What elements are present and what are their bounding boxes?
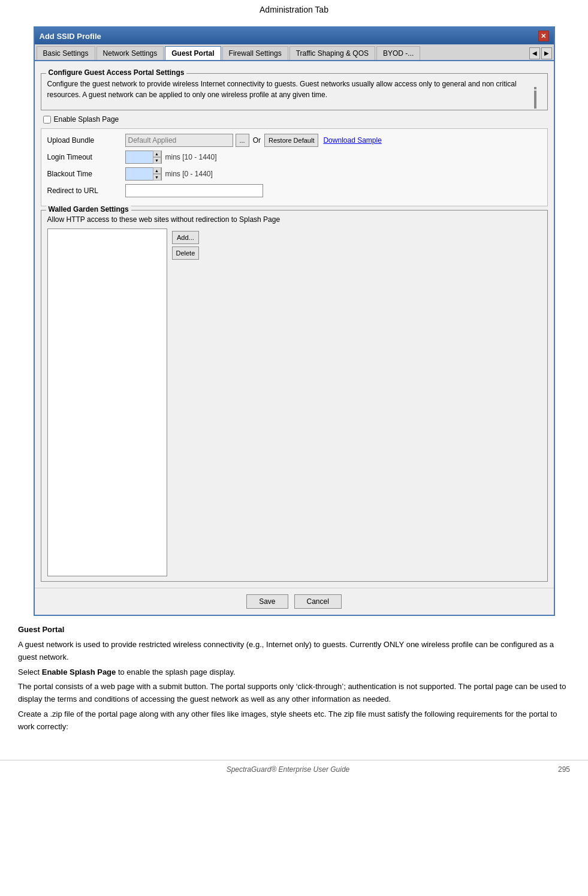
tab-guest-portal[interactable]: Guest Portal (165, 46, 221, 60)
tab-byod[interactable]: BYOD -... (376, 46, 420, 60)
svg-rect-1 (534, 91, 536, 109)
tab-basic-settings[interactable]: Basic Settings (37, 46, 95, 60)
tab-traffic-shaping[interactable]: Traffic Shaping & QOS (290, 46, 375, 60)
blackout-time-spinner: 0 ▲ ▼ (125, 167, 162, 181)
tab-bar: Basic Settings Network Settings Guest Po… (35, 44, 554, 61)
walled-garden-desc: Allow HTTP access to these web sites wit… (47, 215, 541, 224)
configure-guest-group: Configure Guest Access Portal Settings C… (41, 73, 548, 110)
login-timeout-label: Login Timeout (47, 153, 125, 161)
walled-garden-buttons: Add... Delete (172, 228, 200, 576)
dialog-close-button[interactable]: ✕ (538, 31, 549, 41)
login-timeout-input[interactable]: 1,440 (126, 151, 153, 163)
login-timeout-row: Login Timeout 1,440 ▲ ▼ mins [10 - 1440] (47, 151, 541, 164)
walled-garden-group: Walled Garden Settings Allow HTTP access… (41, 210, 548, 582)
tab-next-button[interactable]: ▶ (541, 47, 552, 59)
info-icon (529, 86, 541, 110)
body-para-3: The portal consists of a web page with a… (18, 681, 570, 706)
below-dialog-content: Guest Portal A guest network is used to … (18, 616, 570, 742)
login-timeout-range: mins [10 - 1440] (165, 153, 217, 161)
blackout-time-down[interactable]: ▼ (153, 174, 161, 181)
tab-network-settings[interactable]: Network Settings (97, 46, 164, 60)
tab-prev-button[interactable]: ◀ (529, 47, 540, 59)
dialog-title: Add SSID Profile (40, 32, 101, 41)
save-button[interactable]: Save (246, 594, 288, 609)
dialog-body: Configure Guest Access Portal Settings C… (35, 61, 554, 588)
splash-form-section: Upload Bundle ... Or Restore Default Dow… (41, 128, 548, 206)
or-text: Or (253, 136, 261, 145)
add-ssid-dialog: Add SSID Profile ✕ Basic Settings Networ… (34, 26, 555, 616)
tab-firewall-settings[interactable]: Firewall Settings (222, 46, 288, 60)
svg-rect-0 (534, 87, 536, 89)
enable-splash-checkbox[interactable] (43, 116, 51, 124)
footer-page-number: 295 (558, 765, 570, 774)
blackout-time-row: Blackout Time 0 ▲ ▼ mins [0 - 1440] (47, 167, 541, 181)
enable-splash-row: Enable Splash Page (43, 115, 548, 124)
add-button[interactable]: Add... (172, 231, 200, 244)
body-para-4: Create a .zip file of the portal page al… (18, 708, 570, 733)
blackout-time-range: mins [0 - 1440] (165, 170, 213, 178)
bold-enable-splash: Enable Splash Page (42, 668, 116, 676)
walled-garden-list[interactable] (47, 228, 167, 576)
body-para-1: A guest network is used to provide restr… (18, 639, 570, 664)
browse-button[interactable]: ... (236, 134, 249, 147)
page-title: Administration Tab (0, 0, 588, 20)
footer-center-text: SpectraGuard® Enterprise User Guide (227, 765, 350, 774)
body-para-2: Select Enable Splash Page to enable the … (18, 666, 570, 679)
tab-nav-buttons: ◀ ▶ (529, 46, 552, 60)
configure-guest-title: Configure Guest Access Portal Settings (46, 68, 187, 77)
guest-portal-heading: Guest Portal (18, 625, 570, 634)
login-timeout-spinner: 1,440 ▲ ▼ (125, 151, 162, 164)
upload-bundle-input[interactable] (125, 134, 233, 147)
login-timeout-up[interactable]: ▲ (153, 151, 161, 157)
walled-garden-title: Walled Garden Settings (46, 205, 131, 214)
redirect-url-input[interactable] (125, 184, 263, 197)
enable-splash-label[interactable]: Enable Splash Page (54, 115, 119, 124)
walled-garden-content: Add... Delete (47, 228, 541, 576)
login-timeout-down[interactable]: ▼ (153, 157, 161, 164)
blackout-time-label: Blackout Time (47, 170, 125, 178)
configure-guest-desc: Configure the guest network to provide w… (47, 79, 541, 100)
cancel-button[interactable]: Cancel (294, 594, 342, 609)
dialog-footer: Save Cancel (35, 588, 554, 615)
blackout-time-spinner-btns: ▲ ▼ (153, 167, 161, 181)
blackout-time-up[interactable]: ▲ (153, 167, 161, 174)
blackout-time-input[interactable]: 0 (126, 168, 153, 180)
redirect-url-label: Redirect to URL (47, 187, 125, 195)
upload-bundle-label: Upload Bundle (47, 136, 125, 145)
dialog-titlebar: Add SSID Profile ✕ (35, 28, 554, 44)
page-footer: SpectraGuard® Enterprise User Guide 295 (0, 760, 588, 778)
restore-default-button[interactable]: Restore Default (264, 134, 318, 147)
body-para-2-rest: to enable the splash page display. (116, 668, 235, 676)
login-timeout-spinner-btns: ▲ ▼ (153, 151, 161, 164)
delete-button[interactable]: Delete (172, 246, 200, 260)
download-sample-link[interactable]: Download Sample (323, 136, 381, 145)
redirect-url-row: Redirect to URL (47, 184, 541, 197)
upload-bundle-row: Upload Bundle ... Or Restore Default Dow… (47, 134, 541, 147)
